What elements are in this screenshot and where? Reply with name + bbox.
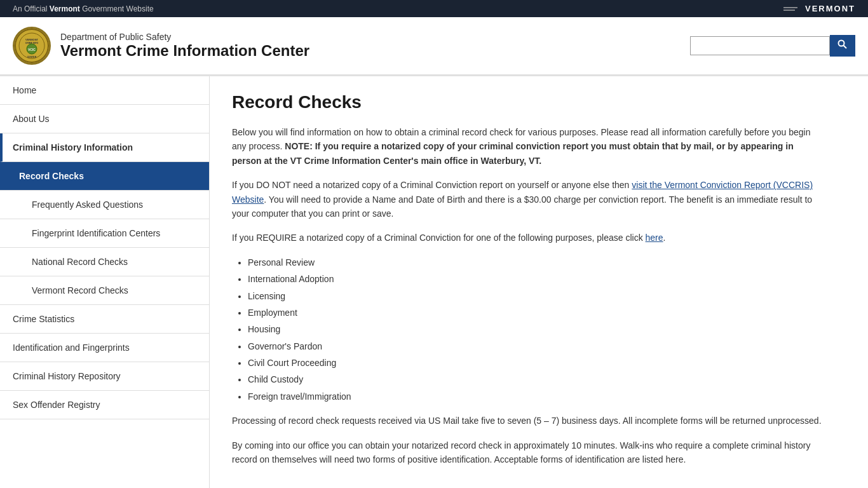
intro-paragraph: Below you will find information on how t… [232, 125, 823, 168]
sidebar-item-crime-statistics[interactable]: Crime Statistics [0, 305, 209, 334]
layout: Home About Us Criminal History Informati… [0, 76, 868, 488]
processing-paragraph: Processing of record check requests rece… [232, 414, 823, 428]
page-title: Record Checks [232, 92, 823, 112]
list-item: International Adoption [248, 272, 823, 286]
vt-logo-lines-icon [783, 5, 801, 13]
top-bar: An Official Vermont Government Website V… [0, 0, 868, 17]
logo-area: VERMONT CRIME INFO VCIC CENTER Departmen… [13, 27, 309, 65]
logo-emblem-icon: VERMONT CRIME INFO VCIC CENTER [15, 29, 49, 63]
svg-line-10 [844, 46, 847, 49]
list-item: Civil Court Proceeding [248, 356, 823, 370]
svg-point-9 [839, 41, 844, 46]
sidebar-item-national-record-checks[interactable]: National Record Checks [0, 248, 209, 276]
list-item: Foreign travel/Immigration [248, 390, 823, 403]
header: VERMONT CRIME INFO VCIC CENTER Departmen… [0, 17, 868, 76]
walkin-paragraph: By coming into our office you can obtain… [232, 438, 823, 467]
list-item: Employment [248, 306, 823, 320]
svg-text:VERMONT: VERMONT [25, 38, 39, 41]
search-icon [837, 39, 848, 50]
here-link[interactable]: here [646, 233, 663, 243]
svg-text:CENTER: CENTER [27, 56, 37, 58]
site-title: Vermont Crime Information Center [60, 42, 309, 60]
search-input[interactable] [690, 36, 830, 55]
main-content: Record Checks Below you will find inform… [210, 76, 845, 488]
title-area: Department of Public Safety Vermont Crim… [60, 32, 309, 60]
sidebar-item-fingerprint-centers[interactable]: Fingerprint Identification Centers [0, 219, 209, 248]
department-name: Department of Public Safety [60, 32, 309, 42]
purposes-list: Personal ReviewInternational AdoptionLic… [248, 255, 823, 404]
official-text: An Official Vermont Government Website [13, 4, 154, 13]
sidebar-item-sex-offender-registry[interactable]: Sex Offender Registry [0, 391, 209, 419]
sidebar-item-vermont-record-checks[interactable]: Vermont Record Checks [0, 276, 209, 305]
sidebar-item-criminal-history-repository[interactable]: Criminal History Repository [0, 362, 209, 391]
sidebar-item-record-checks[interactable]: Record Checks [0, 162, 209, 191]
search-button[interactable] [830, 35, 855, 57]
site-logo: VERMONT CRIME INFO VCIC CENTER [13, 27, 51, 65]
vccris-paragraph: If you DO NOT need a notarized copy of a… [232, 178, 823, 220]
sidebar-item-criminal-history[interactable]: Criminal History Information [0, 133, 209, 162]
search-area [690, 35, 855, 57]
sidebar-item-faq[interactable]: Frequently Asked Questions [0, 191, 209, 219]
notarized-paragraph: If you REQUIRE a notarized copy of a Cri… [232, 231, 823, 245]
sidebar: Home About Us Criminal History Informati… [0, 76, 210, 488]
sidebar-item-about-us[interactable]: About Us [0, 105, 209, 133]
sidebar-item-home[interactable]: Home [0, 76, 209, 105]
list-item: Licensing [248, 289, 823, 303]
list-item: Housing [248, 322, 823, 336]
sidebar-item-identification-fingerprints[interactable]: Identification and Fingerprints [0, 334, 209, 362]
vermont-logo: VERMONT [783, 4, 855, 13]
list-item: Child Custody [248, 372, 823, 386]
list-item: Personal Review [248, 255, 823, 269]
list-item: Governor's Pardon [248, 339, 823, 353]
svg-text:VCIC: VCIC [28, 48, 36, 51]
